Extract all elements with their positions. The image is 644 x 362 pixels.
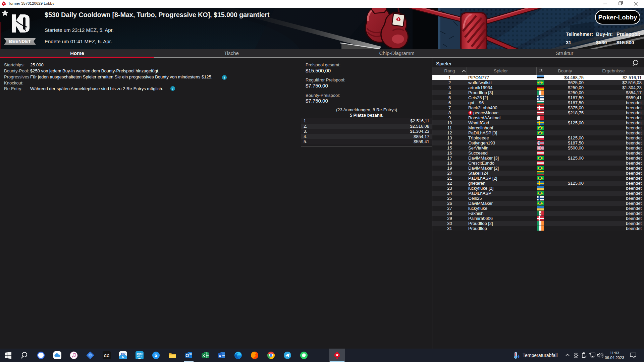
svg-text:video: video bbox=[137, 355, 142, 357]
svg-text:sky: sky bbox=[121, 352, 125, 355]
svg-text:S: S bbox=[154, 353, 157, 358]
